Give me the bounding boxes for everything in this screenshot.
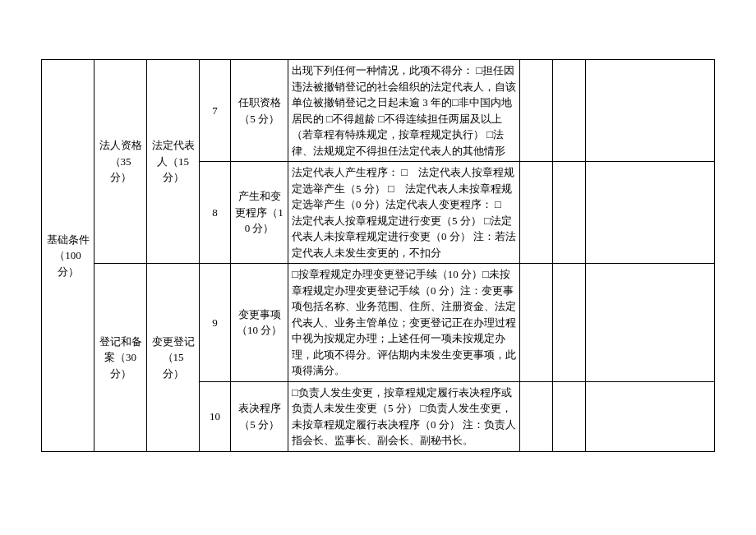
remark-col <box>586 60 715 162</box>
score-col-1 <box>520 60 553 162</box>
category-cell: 基础条件（100 分） <box>42 60 94 452</box>
row-num: 10 <box>200 381 231 451</box>
row-num: 9 <box>200 264 231 382</box>
item-desc: □按章程规定办理变更登记手续（10 分）□未按章程规定办理变更登记手续（0 分）… <box>288 264 520 382</box>
subcategory-cell: 法人资格（35 分） <box>94 60 147 264</box>
score-col-2 <box>553 381 586 451</box>
remark-col <box>586 264 715 382</box>
item-name: 产生和变更程序（10 分） <box>231 162 288 264</box>
remark-col <box>586 162 715 264</box>
row-num: 7 <box>200 60 231 162</box>
item-name: 任职资格（5 分） <box>231 60 288 162</box>
score-col-1 <box>520 264 553 382</box>
score-col-1 <box>520 381 553 451</box>
score-col-2 <box>553 60 586 162</box>
group-cell: 法定代表人（15 分） <box>147 60 200 264</box>
evaluation-table: 基础条件（100 分） 法人资格（35 分） 法定代表人（15 分） 7 任职资… <box>41 59 715 452</box>
item-desc: 出现下列任何一种情况，此项不得分： □担任因违法被撤销登记的社会组织的法定代表人… <box>288 60 520 162</box>
row-num: 8 <box>200 162 231 264</box>
score-col-1 <box>520 162 553 264</box>
remark-col <box>586 381 715 451</box>
item-name: 变更事项（10 分） <box>231 264 288 382</box>
item-name: 表决程序（5 分） <box>231 381 288 451</box>
item-desc: □负责人发生变更，按章程规定履行表决程序或负责人未发生变更（5 分） □负责人发… <box>288 381 520 451</box>
subcategory-cell: 登记和备案（30 分） <box>94 264 147 452</box>
group-cell: 变更登记（15 分） <box>147 264 200 452</box>
score-col-2 <box>553 162 586 264</box>
item-desc: 法定代表人产生程序： □ 法定代表人按章程规定选举产生（5 分） □ 法定代表人… <box>288 162 520 264</box>
score-col-2 <box>553 264 586 382</box>
